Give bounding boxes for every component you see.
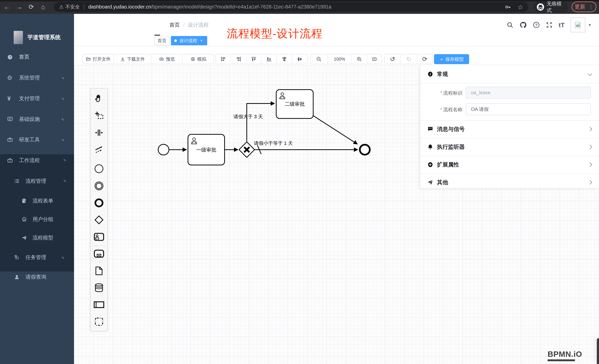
toolbar-file-group: 打开文件 下载文件 预览 模拟 (82, 54, 214, 64)
align-bottom-button[interactable] (262, 54, 277, 64)
process-key-input[interactable] (466, 87, 591, 99)
zoom-level[interactable]: 100% (328, 54, 352, 64)
eye-icon (159, 57, 164, 62)
zoom-out-icon (316, 56, 322, 62)
avatar[interactable] (571, 17, 585, 32)
group-face-icon (21, 217, 27, 222)
browser-reload-icon[interactable]: ⟳ (27, 0, 36, 14)
create-data-store[interactable] (94, 283, 104, 292)
tab-design-process[interactable]: 设计流程 × (171, 36, 207, 45)
open-file-button[interactable]: 打开文件 (83, 54, 114, 64)
brand[interactable]: 芋道管理系统 (14, 30, 61, 45)
url-host[interactable]: dashboard.yudao.iocoder.cn (88, 4, 151, 10)
sidebar-item-workflow[interactable]: 工作流程 (0, 153, 74, 167)
chevron-right-icon (588, 180, 592, 185)
restart-button[interactable]: ⟳ (417, 54, 432, 64)
sidebar-item-infrastructure[interactable]: 基础设施 (0, 112, 74, 126)
help-icon[interactable]: ? (533, 21, 540, 28)
svg-text:i: i (430, 72, 431, 76)
align-center-vertical-button[interactable] (292, 54, 307, 64)
sidebar-item-system[interactable]: ⚙ 系统管理 (0, 71, 74, 85)
panel-section-other[interactable]: 其他 (420, 173, 599, 191)
redo-button[interactable]: ↻ (401, 54, 417, 64)
breadcrumb-home[interactable]: 首页 (169, 21, 180, 28)
align-top-button[interactable] (247, 54, 262, 64)
panel-section-listeners[interactable]: 执行监听器 (420, 138, 599, 156)
browser-back-icon[interactable]: ← (2, 0, 11, 14)
create-start-event[interactable] (94, 164, 104, 173)
undo-button[interactable]: ↺ (385, 54, 401, 64)
space-tool[interactable] (94, 128, 104, 137)
chevron-right-icon (588, 145, 592, 149)
create-participant[interactable] (94, 301, 104, 308)
save-model-button[interactable]: ＋ 保存模型 (434, 54, 469, 64)
panel-section-messages[interactable]: 消息与信号 (420, 120, 599, 138)
download-file-button[interactable]: 下载文件 (114, 54, 151, 64)
browser-forward-icon[interactable]: → (14, 0, 24, 14)
message-icon (427, 126, 433, 132)
brand-title: 芋道管理系统 (27, 34, 61, 41)
close-icon[interactable]: × (200, 38, 203, 43)
create-data-object[interactable] (95, 266, 103, 276)
sidebar-item-process-model[interactable]: 流程模型 (0, 231, 74, 245)
yen-icon: ¥ (7, 95, 11, 102)
align-center-horizontal-button[interactable] (277, 54, 292, 64)
zoom-out-button[interactable] (311, 54, 328, 64)
key-icon[interactable] (505, 4, 511, 10)
align-left-button[interactable] (216, 54, 231, 64)
search-icon[interactable] (507, 21, 513, 28)
tab-home[interactable]: 首页 (154, 36, 170, 45)
sidebar-item-user-group[interactable]: 用户分组 (0, 212, 74, 226)
sidebar-item-payment[interactable]: ¥ 支付管理 (0, 92, 74, 105)
font-size-icon[interactable]: tT (559, 21, 564, 29)
zoom-in-button[interactable] (352, 54, 367, 64)
address-bar[interactable]: ⚠ 不安全 dashboard.yudao.iocoder.cn/bpm/man… (54, 2, 528, 12)
align-right-button[interactable] (231, 54, 246, 64)
chevron-down-icon (62, 75, 66, 79)
caret-down-icon[interactable]: ▾ (589, 22, 591, 27)
browser-update-button[interactable]: 更新 ⋮ (572, 1, 596, 12)
url-path[interactable]: /bpm/manager/model/design?modelId=e4a1a1… (151, 4, 331, 10)
browser-home-icon[interactable]: ⌂ (38, 0, 48, 14)
sidebar-item-process-form[interactable]: 流程表单 (0, 194, 74, 208)
sidebar-item-leave-query[interactable]: 请假查询 (0, 270, 74, 284)
sidebar-item-task-manage[interactable]: 任务管理 (0, 251, 74, 264)
global-connect-tool[interactable] (94, 145, 104, 154)
create-group[interactable] (94, 317, 104, 326)
bpmn-io-watermark[interactable]: BPMN.iO (547, 350, 582, 361)
lasso-tool[interactable] (94, 111, 104, 120)
user-task-icon (94, 233, 104, 241)
incognito-label: 无痕模式 (547, 0, 565, 14)
chevron-up-icon (62, 180, 66, 184)
more-dots-icon[interactable]: ⋮ (589, 4, 593, 10)
space-tool-icon (94, 128, 104, 137)
github-icon[interactable] (520, 21, 527, 29)
download-icon (120, 57, 125, 62)
process-name-input[interactable] (466, 103, 591, 115)
fit-view-button[interactable] (367, 54, 382, 64)
fit-view-icon (372, 56, 377, 62)
broken-image-icon (574, 21, 582, 29)
chip-icon (190, 57, 195, 62)
create-subprocess[interactable] (94, 249, 104, 258)
sidebar-item-devtools[interactable]: 研发工具 (0, 133, 74, 146)
field-label-process-key: *流程标识 (424, 90, 462, 96)
create-intermediate-event[interactable] (94, 181, 104, 191)
align-top-icon (251, 56, 256, 62)
create-end-event[interactable] (94, 198, 104, 208)
fullscreen-icon[interactable] (546, 21, 553, 28)
security-label[interactable]: 不安全 (65, 4, 80, 10)
panel-section-extensions[interactable]: 扩展属性 (420, 156, 599, 173)
sidebar-item-home[interactable]: 首页 (0, 50, 74, 64)
svg-text:?: ? (535, 23, 537, 27)
create-user-task[interactable] (94, 233, 104, 241)
panel-section-general[interactable]: i 常规 (420, 65, 599, 83)
form-document-icon (21, 198, 27, 204)
sidebar-item-process-manage[interactable]: 流程管理 (0, 174, 74, 188)
simulate-button[interactable]: 模拟 (183, 54, 214, 64)
hand-tool[interactable] (94, 94, 104, 103)
bookmark-star-icon[interactable]: ☆ (518, 3, 523, 11)
create-gateway[interactable] (94, 215, 104, 225)
align-left-icon (220, 56, 226, 62)
preview-button[interactable]: 预览 (151, 54, 183, 64)
